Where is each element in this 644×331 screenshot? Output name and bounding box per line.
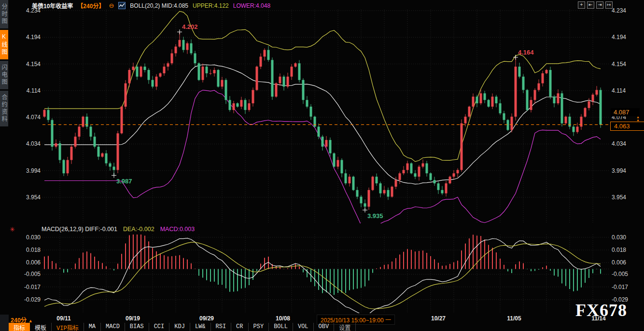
- macd-header: MACD(26,12,9) DIFF:-0.001 DEA:-0.002 MAC…: [42, 226, 195, 233]
- boll-mid-label: BOLL(20,2) MID:4.085: [130, 2, 188, 9]
- toolbar-item-BOLL[interactable]: BOLL: [269, 323, 293, 331]
- current-price-tag: 4.063: [610, 122, 644, 131]
- pan-icon[interactable]: +: [578, 1, 585, 9]
- shift-right-icon[interactable]: ⇥: [596, 1, 603, 9]
- toolbar-item-MA[interactable]: MA: [84, 323, 101, 331]
- toolbar-item-LW&[interactable]: LW&: [190, 323, 211, 331]
- chart-canvas[interactable]: [0, 0, 644, 331]
- shift-left-icon[interactable]: ⇤: [587, 1, 594, 9]
- boll-lower-line: [44, 90, 601, 232]
- sidebar-tab-K线图[interactable]: K线图: [0, 30, 8, 59]
- price-up-marker-icon: ▲ ▲: [636, 116, 640, 122]
- toolbar-item-VIP指标[interactable]: VIP指标: [52, 323, 84, 331]
- toolbar-item-PSY[interactable]: PSY: [249, 323, 269, 331]
- toolbar-item-CCI[interactable]: CCI: [149, 323, 170, 331]
- boll-mid-last-tag: 4.087: [611, 108, 640, 116]
- toolbar-item-模板[interactable]: 模板: [30, 323, 52, 331]
- boll-lower-label: LOWER:4.048: [233, 2, 270, 9]
- price-extreme-annotation: 4.202: [182, 23, 198, 30]
- price-extreme-annotation: 3.987: [116, 178, 132, 185]
- watermark: FX678: [575, 300, 627, 320]
- sidebar-tab-合约资料[interactable]: 合约资料: [0, 91, 8, 126]
- chart-tool-icons: +⇤⇥↦: [578, 1, 613, 9]
- extreme-marker-icon: [513, 55, 518, 60]
- toolbar-item-RSI[interactable]: RSI: [211, 323, 232, 331]
- boll-bands: [44, 11, 601, 232]
- macd-value-label: MACD:0.003: [160, 226, 195, 233]
- macd-diff-label: MACD(26,12,9) DIFF:-0.001: [42, 226, 117, 233]
- toolbar-item-CR[interactable]: CR: [231, 323, 248, 331]
- toolbar-item-VOL[interactable]: VOL: [293, 323, 314, 331]
- sidebar-tab-分时图[interactable]: 分时图: [0, 0, 8, 28]
- indicator-settings-icon[interactable]: ✳: [10, 226, 15, 233]
- extreme-marker-icon: [177, 29, 182, 34]
- jump-end-icon[interactable]: ↦: [605, 1, 613, 9]
- toolbar-item-BIAS[interactable]: BIAS: [125, 323, 149, 331]
- extreme-marker-icon: [363, 207, 367, 212]
- sidebar-tab-闪电图[interactable]: 闪电图: [0, 61, 8, 89]
- minus-circle-icon[interactable]: ⊖: [109, 2, 114, 9]
- page-title: 美债10年收益率: [32, 1, 73, 10]
- chart-type-icon[interactable]: [118, 2, 126, 9]
- toolbar-item-KDJ[interactable]: KDJ: [169, 323, 190, 331]
- chart-window: 分时图K线图闪电图合约资料 美债10年收益率 【240分】 ⊖ BOLL(20,…: [0, 0, 644, 331]
- price-extreme-annotation: 3.935: [367, 212, 383, 220]
- sidebar: 分时图K线图闪电图合约资料: [0, 0, 8, 126]
- interval-badge: 【240分】: [77, 1, 104, 10]
- indicator-toolbar: 指标模板VIP指标MAMACDBIASCCIKDJLW&RSICRPSYBOLL…: [9, 323, 356, 331]
- toolbar-item-指标[interactable]: 指标: [9, 323, 30, 331]
- extreme-marker-icon: [112, 173, 116, 178]
- price-extreme-annotation: 4.164: [518, 49, 534, 56]
- toolbar-item-设置[interactable]: 设置: [334, 323, 356, 331]
- toolbar-item-OBV[interactable]: OBV: [314, 323, 335, 331]
- boll-upper-label: UPPER:4.122: [193, 2, 229, 9]
- macd-dea-label: DEA:-0.002: [123, 226, 154, 233]
- chart-header: 美债10年收益率 【240分】 ⊖ BOLL(20,2) MID:4.085 U…: [32, 1, 270, 10]
- toolbar-item-MACD[interactable]: MACD: [101, 323, 125, 331]
